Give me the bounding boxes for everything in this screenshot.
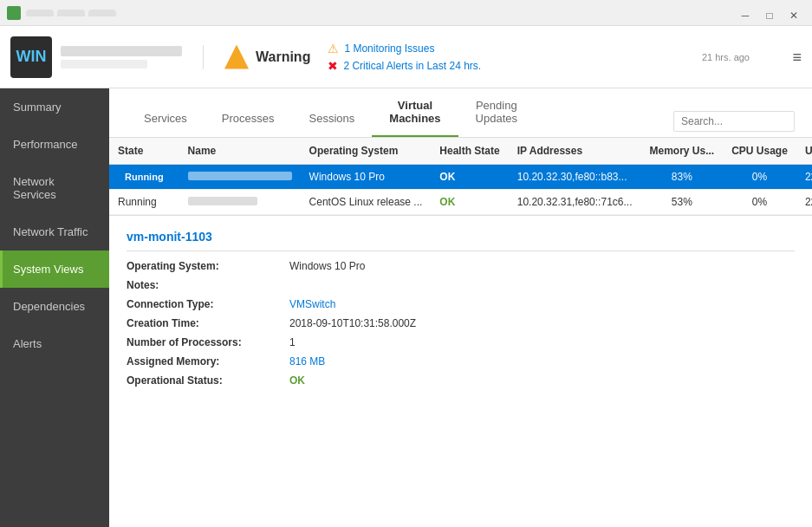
minimize-button[interactable]: ─ [734, 7, 757, 24]
detail-field-label: Creation Time: [127, 317, 283, 329]
col-health: Health State [431, 138, 508, 165]
cell-state: Running [109, 165, 179, 190]
detail-title: vm-monit-1103 [127, 230, 795, 251]
sidebar: Summary Performance Network Services Net… [0, 88, 109, 527]
cell-cpu: 0% [723, 165, 796, 190]
col-name: Name [179, 138, 301, 165]
sidebar-item-network-traffic[interactable]: Network Traffic [0, 213, 109, 250]
detail-field-label: Assigned Memory: [127, 355, 283, 368]
close-button[interactable]: ✕ [783, 7, 805, 24]
detail-field-label: Connection Type: [127, 298, 283, 310]
maximize-button[interactable]: □ [758, 7, 781, 24]
time-ago: 21 hrs. ago [702, 52, 750, 62]
col-cpu: CPU Usage [723, 138, 796, 165]
table-header-row: State Name Operating System Health State… [109, 138, 812, 165]
title-tab[interactable] [26, 10, 54, 16]
alert-item-2: ✖ 2 Critical Alerts in Last 24 hrs. [328, 59, 481, 73]
cell-uptime: 22h 53m [796, 165, 812, 190]
cell-state: Running [109, 190, 179, 215]
tab-services[interactable]: Services [127, 101, 205, 137]
sidebar-item-network-services[interactable]: Network Services [0, 163, 109, 213]
col-uptime: Up Time [796, 138, 812, 165]
detail-field-value: 2018-09-10T10:31:58.000Z [289, 317, 795, 329]
col-os: Operating System [301, 138, 432, 165]
search-container [673, 111, 795, 132]
alert-item-1: ⚠ 1 Monitoring Issues [328, 42, 481, 55]
detail-field-label: Number of Processors: [127, 336, 283, 348]
window-controls: ─ □ ✕ [734, 7, 805, 24]
tabs-bar: Services Processes Sessions Virtual Mach… [109, 88, 812, 138]
content-area: Services Processes Sessions Virtual Mach… [109, 88, 812, 527]
detail-field-value [289, 279, 795, 291]
cell-cpu: 0% [723, 190, 796, 215]
cell-memory: 53% [640, 190, 723, 215]
tab-processes[interactable]: Processes [205, 101, 292, 137]
header-menu-button[interactable]: ≡ [792, 48, 802, 66]
cell-health: OK [431, 165, 508, 190]
main-layout: Summary Performance Network Services Net… [0, 88, 812, 527]
cell-health: OK [431, 190, 508, 215]
alert-link-2[interactable]: 2 Critical Alerts in Last 24 hrs. [343, 60, 481, 72]
sidebar-item-system-views[interactable]: System Views [0, 250, 109, 288]
cell-name [179, 165, 301, 190]
cell-ip: 10.20.32.31,fe80::71c6... [509, 190, 641, 215]
col-ip: IP Addresses [509, 138, 641, 165]
detail-grid: Operating System:Windows 10 ProNotes:Con… [127, 260, 795, 387]
device-sub-placeholder [61, 60, 147, 68]
vm-table: State Name Operating System Health State… [109, 138, 812, 215]
title-tab[interactable] [57, 10, 85, 16]
tab-pending-updates[interactable]: Pending Updates [458, 88, 535, 137]
detail-field-label: Operating System: [127, 260, 283, 272]
alert-link-1[interactable]: 1 Monitoring Issues [344, 42, 434, 55]
device-icon: WIN [10, 36, 52, 78]
detail-field-value: OK [289, 374, 795, 387]
detail-field-value: Windows 10 Pro [289, 260, 795, 272]
alerts-section: ⚠ 1 Monitoring Issues ✖ 2 Critical Alert… [328, 42, 481, 73]
alert-error-icon: ✖ [328, 59, 338, 73]
warning-icon [224, 45, 249, 69]
sidebar-item-performance[interactable]: Performance [0, 126, 109, 163]
cell-name [179, 190, 301, 215]
detail-field-label: Operational Status: [127, 374, 283, 387]
cell-ip: 10.20.32.30,fe80::b83... [509, 165, 641, 190]
detail-field-value: VMSwitch [289, 298, 795, 310]
sidebar-item-dependencies[interactable]: Dependencies [0, 288, 109, 325]
device-name-placeholder [61, 46, 182, 56]
title-bar: ─ □ ✕ [0, 0, 812, 26]
table-row[interactable]: RunningWindows 10 ProOK10.20.32.30,fe80:… [109, 165, 812, 190]
sidebar-item-summary[interactable]: Summary [0, 88, 109, 126]
detail-field-label: Notes: [127, 279, 283, 291]
title-tab[interactable] [88, 10, 116, 16]
device-info [61, 46, 182, 68]
warning-section: Warning [203, 45, 310, 69]
cell-uptime: 22h 53m [796, 190, 812, 215]
detail-field-value: 1 [289, 336, 795, 348]
app-icon [7, 6, 21, 20]
col-state: State [109, 138, 179, 165]
title-tabs [26, 10, 805, 16]
header-bar: WIN Warning ⚠ 1 Monitoring Issues ✖ 2 Cr… [0, 26, 812, 88]
detail-field-value: 816 MB [289, 355, 795, 368]
table-row[interactable]: RunningCentOS Linux release ...OK10.20.3… [109, 190, 812, 215]
cell-os: CentOS Linux release ... [301, 190, 432, 215]
tab-sessions[interactable]: Sessions [292, 101, 373, 137]
vm-table-container: State Name Operating System Health State… [109, 138, 812, 215]
search-input[interactable] [673, 111, 795, 132]
col-memory: Memory Us... [640, 138, 723, 165]
cell-os: Windows 10 Pro [301, 165, 432, 190]
detail-panel: vm-monit-1103 Operating System:Windows 1… [109, 215, 812, 527]
tab-virtual-machines[interactable]: Virtual Machines [372, 88, 458, 137]
alert-warning-icon: ⚠ [328, 42, 339, 55]
sidebar-item-alerts[interactable]: Alerts [0, 325, 109, 362]
cell-memory: 83% [640, 165, 723, 190]
warning-label: Warning [256, 49, 310, 65]
